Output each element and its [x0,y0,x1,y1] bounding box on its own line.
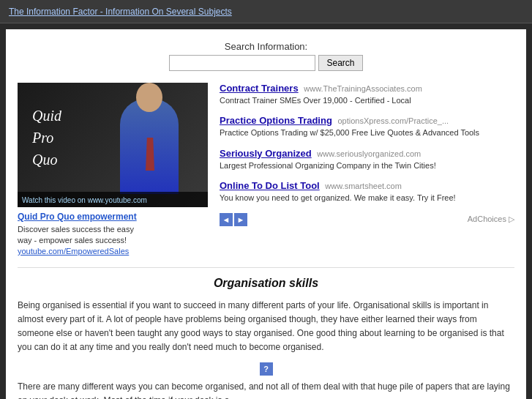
ads-arrows: ◄ ► [220,213,247,226]
ad-item-0: Contract Trainers www.TheTrainingAssocia… [220,83,514,106]
video-text-overlay: QuidProQuo [32,105,61,171]
main-content: Search Information: Search QuidProQuo Wa [6,29,526,399]
article-section: Organisation skills Being organised is e… [18,267,514,399]
ad-url-1: optionsXpress.com/Practice_... [338,116,449,125]
ad-title-1[interactable]: Practice Options Trading [220,115,332,126]
ads-navigation: ◄ ► AdChoices ▷ [220,213,514,226]
video-link[interactable]: youtube.com/EmpoweredSales [18,247,208,256]
video-caption-bar: Watch this video on www.youtube.com [18,192,208,207]
help-icon[interactable]: ? [260,362,273,376]
search-area: Search Information: Search [18,41,514,71]
title-link[interactable]: The Information Factor - Information On … [9,7,232,17]
person-head [136,83,162,112]
ads-prev-button[interactable]: ◄ [220,213,233,226]
ad-item-2: Seriously Organized www.seriouslyorganiz… [220,148,514,171]
person-tie [146,138,154,171]
article-title: Organisation skills [18,277,514,290]
ad-desc-2: Largest Professional Organizing Company … [220,160,514,171]
video-caption-text: Watch this video on www.youtube.com [22,196,147,204]
ad-url-0: www.TheTrainingAssociates.com [304,84,422,93]
video-description: Discover sales success the easyway - emp… [18,224,208,247]
ads-section: Contract Trainers www.TheTrainingAssocia… [220,83,514,256]
ad-title-2[interactable]: Seriously Organized [220,148,312,159]
title-bar: The Information Factor - Information On … [0,0,532,23]
ad-url-3: www.smartsheet.com [325,182,402,190]
video-section: QuidProQuo Watch this video on www.youtu… [18,83,208,256]
ad-item-3: Online To Do List Tool www.smartsheet.co… [220,180,514,204]
ad-desc-0: Contract Trainer SMEs Over 19,000 - Cert… [220,95,514,106]
search-label: Search Information: [18,41,514,52]
ads-next-button[interactable]: ► [234,213,247,226]
article-paragraph-0: Being organised is essential if you want… [18,299,514,355]
ad-item-1: Practice Options Trading optionsXpress.c… [220,115,514,138]
ad-title-0[interactable]: Contract Trainers [220,83,299,94]
ad-url-2: www.seriouslyorganized.com [317,149,421,158]
middle-section: QuidProQuo Watch this video on www.youtu… [18,83,514,256]
video-title[interactable]: Quid Pro Quo empowerment [18,212,208,222]
search-button[interactable]: Search [318,55,362,71]
video-box: QuidProQuo Watch this video on www.youtu… [18,83,208,207]
article-paragraph-1: There are many different ways you can be… [18,380,514,399]
search-input[interactable] [169,55,315,71]
ad-desc-1: Practice Options Trading w/ $25,000 Free… [220,127,514,138]
ad-desc-3: You know you need to get organized. We m… [220,193,514,204]
ad-title-3[interactable]: Online To Do List Tool [220,180,320,191]
adchoices-label: AdChoices ▷ [468,215,514,224]
search-row: Search [18,55,514,71]
